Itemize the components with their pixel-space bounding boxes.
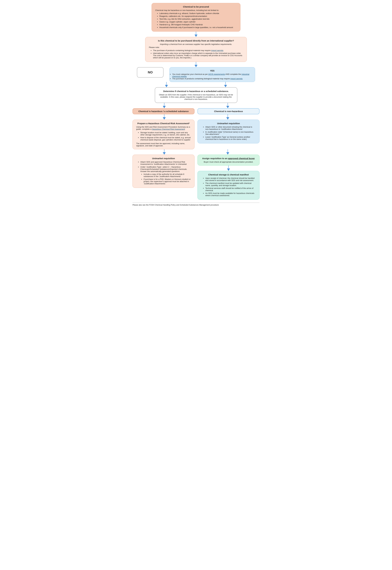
nonhazardous-col: Chemical is non-hazardous — [197, 108, 260, 114]
arrow-nonhaz-down — [226, 114, 229, 120]
bottom-content: Prepare a Hazardous Chemical Risk Assess… — [132, 120, 260, 149]
box6-list: Attach SDS and approved Hazardous Chemic… — [136, 161, 191, 185]
list-item: Include a copy of the authority for all … — [144, 173, 191, 178]
box4-intro: Using the SDS and Risk Assessment Proced… — [136, 126, 191, 130]
box4-title: Prepare a Hazardous Chemical Risk Assess… — [136, 122, 191, 125]
split-arrows — [132, 103, 260, 108]
risk-assessment-link[interactable]: Hazardous Chemical Risk Assessment — [152, 128, 185, 130]
list-item: Household chemicals only if purchased in… — [159, 26, 237, 28]
left-unimarket-haz: Unimarket requisition Attach SDS and app… — [132, 155, 195, 188]
arrow-buyer-down — [227, 166, 230, 171]
flowchart: Chemical to be procured Chemical may be … — [132, 3, 260, 206]
yes-list: You must categorise your chemical as per… — [172, 73, 252, 80]
box-international-supplier: Is this chemical to be purchased directl… — [145, 37, 247, 62]
list-item: In Justification state "(Chemical name) … — [205, 131, 256, 135]
list-item: Laboratory chemicals e.g. ethanol, Sodiu… — [159, 12, 237, 14]
box2-list: The purchase of products containing biol… — [149, 49, 243, 59]
box3-title: Determine if chemical is hazardous or a … — [159, 90, 234, 92]
headers-row: Chemical is hazardous / a scheduled subs… — [132, 108, 260, 114]
box8-list: Upon receipt of chemical, the chemical s… — [201, 177, 256, 196]
right-content: Unimarket requisition Attach SDS or othe… — [197, 120, 260, 143]
box-risk-assessment: Prepare a Hazardous Chemical Risk Assess… — [132, 120, 195, 149]
list-item: Test Kits, e.g. kits for DNA extraction,… — [159, 18, 237, 20]
arrow2 — [195, 62, 197, 67]
box7-body: Buyer must check all appropriate documen… — [201, 161, 256, 163]
box-chemical-to-procure: Chemical to be procured Chemical may be … — [152, 3, 240, 32]
yes-box: YES You must categorise your chemical as… — [169, 67, 255, 82]
hazardous-col: Chemical is hazardous / a scheduled subs… — [132, 108, 195, 114]
box4-list: Storage location must be stated: buildin… — [136, 131, 191, 141]
arrow3-row — [132, 82, 260, 87]
box3-body: Obtain an SDS from the supplier. If the … — [159, 94, 234, 100]
box2-note: Please note: — [149, 46, 243, 48]
yes-title: YES — [172, 70, 252, 72]
arrow-no-down — [137, 82, 196, 87]
no-yes-row: NO YES You must categorise your chemical… — [132, 67, 260, 82]
list-item: The chemical manifest must be updated wi… — [205, 182, 256, 186]
box8-title: Chemical storage & chemical manifest — [201, 173, 256, 176]
list-item: Upon receipt of chemical, the chemical s… — [205, 177, 256, 181]
box4-footer: The assessment must then be approved, in… — [136, 142, 191, 147]
arrow-ra-down — [163, 149, 166, 155]
list-item: Leave 'Justification Type' as General (u… — [205, 136, 256, 140]
list-item: You must categorise your chemical as per… — [172, 73, 252, 78]
list-item: The purchase of products containing biol… — [153, 49, 243, 52]
list-item: Attach SDS and approved Hazardous Chemic… — [140, 161, 191, 165]
arrow-haz-down — [163, 114, 166, 120]
nonhazardous-header: Chemical is non-hazardous — [197, 108, 260, 114]
list-item: Under 'Justification Type', select 2 – H… — [140, 166, 191, 185]
list-item: Reagents, calibrators etc. for equipment… — [159, 15, 237, 17]
list-item: If purchase is for a PhD, Masters or Hon… — [144, 178, 191, 185]
list-item: Handrub e.g. 3M Avagard Antiseptic CHG H… — [159, 24, 237, 26]
list-item: Attach SDS or other document showing the… — [205, 126, 256, 130]
bottom-second-row: Unimarket requisition Attach SDS and app… — [132, 155, 260, 200]
box2-title: Is this chemical to be purchased directl… — [149, 40, 243, 42]
arrow1 — [195, 32, 197, 37]
list-item: international orders also incur an impor… — [153, 52, 243, 59]
box7-title: Assign requisition to an approved chemic… — [201, 157, 256, 160]
arrow-right-split — [196, 103, 260, 108]
arrow-nonhaz2-down — [226, 149, 229, 155]
arrow-yes-down — [196, 82, 255, 87]
aicis-link[interactable]: AICIS requirements — [208, 73, 225, 75]
box5-list: Attach SDS or other document showing the… — [201, 126, 256, 140]
footer-note: Please also see the FOSH Chemical Handli… — [132, 203, 260, 206]
no-column: NO — [137, 67, 167, 78]
no-box: NO — [137, 67, 164, 78]
box1-title: Chemical to be procured — [155, 5, 237, 8]
box2-intro: Importing a chemical from an overseas su… — [149, 43, 243, 45]
box-unimarket-haz: Unimarket requisition Attach SDS and app… — [132, 155, 195, 188]
box5-title: Unimarket requisition — [201, 122, 256, 125]
box1-intro: Chemical may be hazardous or non-hazardo… — [155, 9, 237, 11]
import-permits-link1[interactable]: import permits — [211, 49, 223, 52]
list-item: How to dispose of the chemical must be s… — [140, 137, 191, 141]
arrow-left-split — [132, 103, 196, 108]
list-item: Gases e.g. oxygen cylinder, argon cylind… — [159, 21, 237, 23]
left-content: Prepare a Hazardous Chemical Risk Assess… — [132, 120, 195, 149]
arrows-below-headers — [132, 114, 260, 120]
box-chemical-storage: Chemical storage & chemical manifest Upo… — [197, 171, 260, 200]
import-permits-link2[interactable]: import permits — [230, 78, 242, 80]
approved-buyer-link-text: approved chemical buyer — [228, 157, 255, 160]
arrows-middle — [132, 149, 260, 155]
list-item: An SDS must be made available for hazard… — [205, 192, 256, 196]
box-assign-buyer: Assign requisition to an approved chemic… — [197, 155, 260, 166]
box6-title: Unimarket requisition — [136, 157, 191, 160]
box-determine-hazardous: Determine if chemical is hazardous or a … — [155, 87, 237, 103]
list-item: Technical services staff should be notif… — [205, 187, 256, 192]
list-item: Storage location must be stated: buildin… — [140, 131, 191, 136]
box-unimarket-nonhaz: Unimarket requisition Attach SDS or othe… — [197, 120, 260, 143]
right-assign-buyer: Assign requisition to an approved chemic… — [197, 155, 260, 200]
hazardous-header: Chemical is hazardous / a scheduled subs… — [132, 108, 195, 114]
list-item: The purchase of products containing biol… — [172, 78, 252, 80]
box1-list: Laboratory chemicals e.g. ethanol, Sodiu… — [155, 12, 237, 28]
